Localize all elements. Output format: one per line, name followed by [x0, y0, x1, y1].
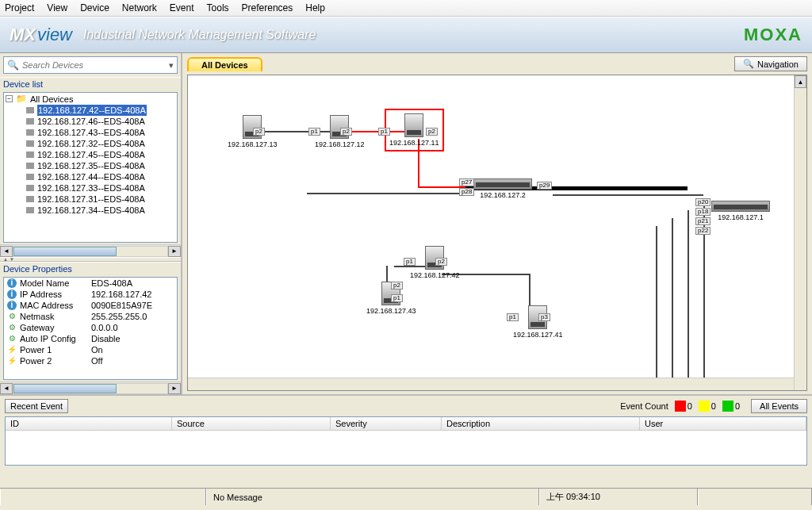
- status-cell: [0, 489, 206, 505]
- search-input[interactable]: [22, 60, 169, 70]
- node-label: 192.168.127.43: [366, 307, 416, 315]
- device-list-title: Device list: [0, 77, 181, 90]
- topology-node[interactable]: 192.168.127.2: [473, 178, 532, 199]
- link: [688, 210, 689, 381]
- col-user[interactable]: User: [640, 417, 806, 430]
- status-bar: No Message 上午 09:34:10: [0, 488, 812, 505]
- node-label: 192.168.127.42: [410, 271, 460, 279]
- logo-view: view: [37, 25, 72, 45]
- device-item[interactable]: 192.168.127.32--EDS-408A: [4, 138, 177, 149]
- power-icon: ⚡: [7, 345, 17, 355]
- port-label: p27: [459, 178, 474, 186]
- col-severity[interactable]: Severity: [331, 417, 442, 430]
- prop-key: Gateway: [20, 322, 91, 333]
- device-item[interactable]: 192.168.127.42--EDS-408A: [4, 105, 177, 116]
- prop-key: Auto IP Config: [20, 333, 91, 344]
- device-label: 192.168.127.44--EDS-408A: [37, 171, 145, 182]
- menu-project[interactable]: Project: [5, 2, 34, 13]
- device-item[interactable]: 192.168.127.34--EDS-408A: [4, 205, 177, 216]
- status-cell: [698, 489, 812, 505]
- hscroll[interactable]: ◄►: [0, 244, 181, 257]
- port-label: p1: [391, 294, 403, 302]
- menu-tools[interactable]: Tools: [207, 2, 229, 13]
- scroll-left-icon[interactable]: ◄: [0, 383, 13, 394]
- port-label: p1: [404, 258, 416, 266]
- device-item[interactable]: 192.168.127.43--EDS-408A: [4, 127, 177, 138]
- banner-subtitle: Industrial Network Management Software: [83, 28, 316, 42]
- collapse-icon[interactable]: −: [6, 95, 13, 102]
- info-icon: i: [7, 301, 17, 310]
- device-label: 192.168.127.31--EDS-408A: [37, 194, 145, 205]
- scroll-thumb[interactable]: [13, 247, 117, 256]
- search-icon: 🔍: [743, 59, 754, 69]
- device-item[interactable]: 192.168.127.35--EDS-408A: [4, 160, 177, 171]
- scroll-up-icon[interactable]: ▲: [795, 75, 806, 88]
- info-icon: i: [7, 290, 17, 299]
- scroll-left-icon[interactable]: ◄: [0, 246, 13, 257]
- navigation-button[interactable]: 🔍Navigation: [734, 56, 807, 71]
- prop-row: iModel NameEDS-408A: [4, 278, 177, 289]
- recent-event-tab[interactable]: Recent Event: [5, 399, 68, 413]
- device-icon: [26, 207, 34, 213]
- node-label: 192.168.127.12: [315, 140, 365, 148]
- scroll-right-icon[interactable]: ►: [168, 246, 181, 257]
- hscroll[interactable]: [188, 378, 794, 390]
- dropdown-icon[interactable]: ▾: [169, 60, 174, 71]
- col-source[interactable]: Source: [172, 417, 331, 430]
- menu-help[interactable]: Help: [305, 2, 325, 13]
- device-item[interactable]: 192.168.127.31--EDS-408A: [4, 194, 177, 205]
- severity-yellow-icon: [699, 401, 710, 412]
- device-item[interactable]: 192.168.127.45--EDS-408A: [4, 149, 177, 160]
- tree-root[interactable]: − 📁 All Devices: [4, 93, 177, 105]
- tree-root-label: All Devices: [30, 94, 73, 104]
- scroll-thumb[interactable]: [13, 384, 117, 393]
- device-item[interactable]: 192.168.127.44--EDS-408A: [4, 171, 177, 182]
- info-icon: i: [7, 278, 17, 288]
- tab-all-devices[interactable]: All Devices: [187, 57, 262, 71]
- device-item[interactable]: 192.168.127.33--EDS-408A: [4, 182, 177, 194]
- device-tree[interactable]: − 📁 All Devices 192.168.127.42--EDS-408A…: [3, 92, 178, 243]
- events-panel: Recent Event Event Count 0 0 0 All Event…: [0, 394, 812, 488]
- prop-value: Off: [91, 355, 102, 366]
- menu-event[interactable]: Event: [170, 2, 194, 13]
- port-label: p2: [391, 282, 403, 290]
- gear-icon: ⚙: [7, 334, 17, 343]
- search-box[interactable]: 🔍 ▾: [3, 56, 178, 74]
- port-label: p1: [308, 128, 320, 136]
- topology-node[interactable]: 192.168.127.1: [711, 201, 770, 221]
- menu-preferences[interactable]: Preferences: [242, 2, 293, 13]
- topology-toolbar: All Devices 🔍Navigation: [182, 53, 812, 75]
- node-label: 192.168.127.41: [513, 331, 563, 339]
- events-table[interactable]: ID Source Severity Description User: [5, 416, 807, 466]
- status-message: No Message: [206, 489, 539, 505]
- col-description[interactable]: Description: [442, 417, 640, 430]
- hscroll[interactable]: ◄►: [0, 382, 181, 394]
- scroll-track[interactable]: [13, 383, 168, 394]
- menu-view[interactable]: View: [47, 2, 67, 13]
- link: [703, 198, 705, 381]
- prop-row: ⚙Auto IP ConfigDisable: [4, 333, 177, 344]
- link: [656, 226, 657, 381]
- node-label: 192.168.127.2: [473, 191, 532, 199]
- device-label: 192.168.127.32--EDS-408A: [37, 138, 145, 149]
- col-id[interactable]: ID: [6, 417, 172, 430]
- topology-canvas[interactable]: 192.168.127.13 p2 192.168.127.12 p1 p2 1…: [187, 75, 807, 391]
- events-header: ID Source Severity Description User: [6, 417, 806, 431]
- device-label: 192.168.127.35--EDS-408A: [37, 160, 145, 171]
- device-properties[interactable]: iModel NameEDS-408A iIP Address192.168.1…: [3, 277, 178, 380]
- events-toolbar: Recent Event Event Count 0 0 0 All Event…: [5, 399, 807, 413]
- menu-network[interactable]: Network: [122, 2, 157, 13]
- menu-device[interactable]: Device: [80, 2, 109, 13]
- count-yellow: 0: [711, 401, 716, 411]
- device-props-title: Device Properties: [0, 262, 181, 275]
- topology-node[interactable]: 192.168.127.41: [513, 305, 563, 339]
- vscroll[interactable]: ▲: [794, 75, 806, 390]
- scroll-track[interactable]: [13, 246, 168, 257]
- port-label: p2: [253, 128, 265, 136]
- device-icon: [26, 118, 34, 125]
- device-item[interactable]: 192.168.127.46--EDS-408A: [4, 116, 177, 127]
- scroll-right-icon[interactable]: ►: [168, 383, 181, 394]
- all-events-button[interactable]: All Events: [751, 399, 807, 413]
- prop-value: 0090E815A97E: [91, 300, 152, 311]
- rack-switch-icon: [711, 201, 770, 212]
